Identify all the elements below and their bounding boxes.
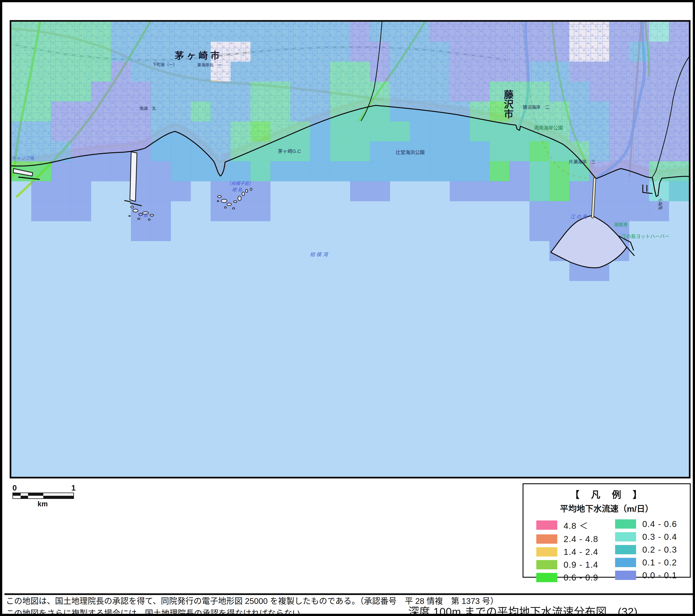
velocity-cell-0.0-0.1 <box>669 62 689 82</box>
velocity-cell-0.1-0.2 <box>151 121 171 141</box>
velocity-cell-0.1-0.2 <box>430 161 450 181</box>
velocity-cell-0.2-0.3 <box>669 181 689 201</box>
velocity-cell-0.1-0.2 <box>589 141 609 161</box>
legend-swatch <box>536 520 557 530</box>
velocity-cell-0.4-0.6 <box>231 121 251 141</box>
velocity-cell-0.4-0.6 <box>330 121 350 141</box>
velocity-cell-0.0-0.1 <box>350 41 370 62</box>
velocity-cell-0.0-0.1 <box>71 181 91 201</box>
label-hirajima: 平島 <box>138 213 149 218</box>
velocity-cell-0.0-0.1 <box>71 121 91 141</box>
legend-range-label: 2.4 - 4.8 <box>564 534 598 544</box>
legend-col-left: 4.8 ＜2.4 - 4.81.4 - 2.40.9 - 1.40.6 - 0.… <box>536 519 598 583</box>
velocity-cell-0.6-0.9 <box>251 121 271 141</box>
velocity-cell-0.1-0.2 <box>370 22 390 42</box>
velocity-cell-0.1-0.2 <box>570 101 590 121</box>
velocity-cell-0.1-0.2 <box>470 161 490 181</box>
velocity-cell-0.0-0.1 <box>450 62 470 82</box>
scale-label-zero: 0 <box>13 484 17 492</box>
velocity-cell-0.1-0.2 <box>151 141 171 161</box>
velocity-cell-0.1-0.2 <box>171 22 191 42</box>
velocity-cell-0.0-0.1 <box>669 121 689 141</box>
velocity-cell-0.1-0.2 <box>290 82 310 102</box>
velocity-cell-0.0-0.1 <box>649 121 669 141</box>
velocity-cell-0.0-0.1 <box>649 82 669 102</box>
velocity-cell-0.4-0.6 <box>529 181 549 201</box>
map-panel: 茅ヶ崎市藤沢市相模湾（烏帽子岩）姥島平島キャンプ場茅ヶ崎G.C辻堂海浜公園湘南海… <box>10 20 691 479</box>
velocity-cell-0.1-0.2 <box>191 22 211 42</box>
velocity-cell-0.0-0.1 <box>529 41 549 62</box>
velocity-cell-0.4-0.6 <box>11 82 31 102</box>
velocity-cell-0.0-0.1 <box>490 22 510 42</box>
velocity-cell-0.0-0.1 <box>570 62 590 82</box>
label-shonan-kaigan-park: 湘南海岸公園 <box>534 125 563 131</box>
velocity-cell-0.1-0.2 <box>31 141 51 161</box>
label-shonan-port: 湘南港 <box>614 222 627 227</box>
legend-swatch <box>615 519 636 529</box>
legend-range-label: 1.4 - 2.4 <box>564 547 598 557</box>
velocity-cell-0.1-0.2 <box>210 22 231 42</box>
velocity-cell-0.0-0.1 <box>609 201 629 221</box>
legend-box: 【 凡 例 】 平均地下水流速（m/日） 4.8 ＜2.4 - 4.81.4 -… <box>523 483 691 578</box>
velocity-cell-0.0-0.1 <box>649 141 669 161</box>
legend-row: 0.3 - 0.4 <box>615 532 677 542</box>
velocity-cell-0.0-0.1 <box>91 101 111 121</box>
velocity-cell-0.1-0.2 <box>171 82 191 102</box>
velocity-cell-0.0-0.1 <box>629 101 649 121</box>
legend-range-label: 0.4 - 0.6 <box>642 519 677 529</box>
velocity-cell-0.4-0.6 <box>330 62 350 82</box>
velocity-cell-0.4-0.6 <box>529 82 549 102</box>
velocity-cell-0.1-0.2 <box>210 121 231 141</box>
velocity-cell-0.4-0.6 <box>549 121 570 141</box>
velocity-cell-0.0-0.1 <box>430 22 450 42</box>
velocity-cell-0.1-0.2 <box>151 41 171 62</box>
velocity-cell-0.4-0.6 <box>71 82 91 102</box>
velocity-cell-0.1-0.2 <box>390 22 410 42</box>
velocity-cell-0.0-0.1 <box>510 22 530 42</box>
velocity-cell-0.0-0.1 <box>629 121 649 141</box>
velocity-cell-0.1-0.2 <box>330 41 350 62</box>
velocity-cell-0.1-0.2 <box>270 41 290 62</box>
velocity-cell-0.4-0.6 <box>350 82 370 102</box>
velocity-cell-0.0-0.1 <box>490 41 510 62</box>
velocity-cell-0.0-0.1 <box>549 22 570 42</box>
chigasaki-port-breakwater <box>130 152 137 201</box>
velocity-cell-0.4-0.6 <box>91 22 111 42</box>
velocity-cell-0.0-0.1 <box>151 181 171 201</box>
velocity-cell-0.0-0.1 <box>510 62 530 82</box>
scalebar-segment <box>21 496 28 498</box>
velocity-cell-0.1-0.2 <box>231 22 251 42</box>
label-tsujido-seaside-park: 辻堂海浜公園 <box>396 150 425 155</box>
velocity-cell-0.6-0.9 <box>549 161 570 181</box>
velocity-cell-0.4-0.6 <box>549 141 570 161</box>
velocity-cell-0.4-0.6 <box>490 141 510 161</box>
velocity-cell-0.1-0.2 <box>390 161 410 181</box>
velocity-cell-0.1-0.2 <box>410 161 430 181</box>
legend-row: 0.9 - 1.4 <box>536 560 598 570</box>
velocity-cell-0.0-0.1 <box>31 201 51 221</box>
legend-columns: 4.8 ＜2.4 - 4.81.4 - 2.40.9 - 1.40.6 - 0.… <box>524 519 690 583</box>
velocity-cell-0.4-0.6 <box>490 121 510 141</box>
label-camp-site: キャンプ場 <box>12 155 34 161</box>
velocity-cell-0.1-0.2 <box>430 41 450 62</box>
velocity-cell-0.1-0.2 <box>629 41 649 62</box>
velocity-cell-0.0-0.1 <box>649 41 669 62</box>
velocity-cell-0.4-0.6 <box>31 62 51 82</box>
legend-range-label: 0.1 - 0.2 <box>642 557 677 567</box>
legend-range-label: 0.2 - 0.3 <box>642 545 677 555</box>
velocity-cell-0.1-0.2 <box>251 22 271 42</box>
velocity-cell-0.0-0.1 <box>151 221 171 241</box>
scalebar-segment <box>43 493 73 496</box>
scale-bar-ruler <box>13 493 74 499</box>
velocity-cell-0.1-0.2 <box>290 62 310 82</box>
velocity-cell-0.4-0.6 <box>51 62 71 82</box>
velocity-cell-0.0-0.1 <box>470 41 490 62</box>
velocity-cell-0.1-0.2 <box>191 82 211 102</box>
velocity-cell-0.0-0.1 <box>51 201 71 221</box>
velocity-cell-0.4-0.6 <box>330 141 350 161</box>
velocity-cell-0.1-0.2 <box>290 22 310 42</box>
velocity-cell-0.0-0.1 <box>529 221 549 241</box>
velocity-cell-0.4-0.6 <box>251 101 271 121</box>
velocity-cell-0.1-0.2 <box>310 101 330 121</box>
velocity-cell-0.0-0.1 <box>490 62 510 82</box>
